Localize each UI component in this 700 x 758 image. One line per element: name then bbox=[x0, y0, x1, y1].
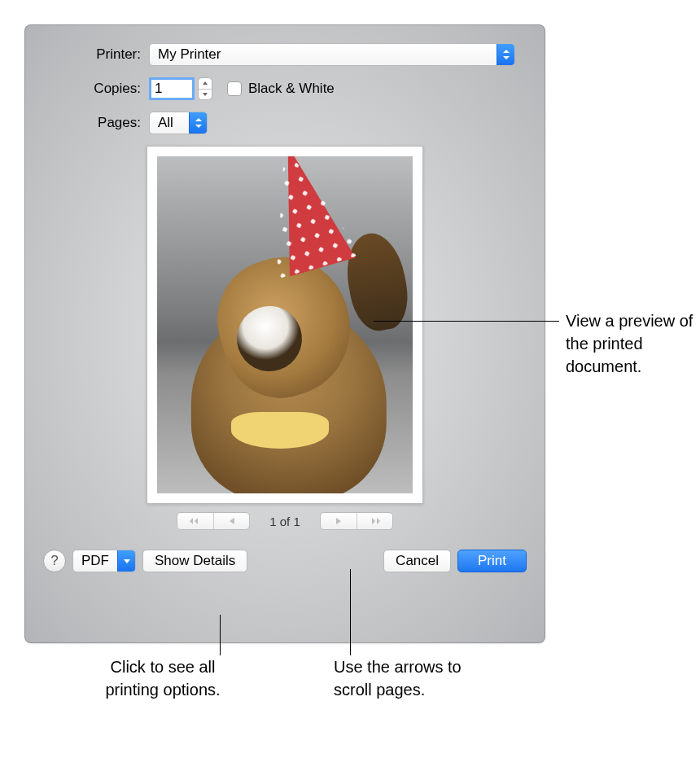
preview-frame bbox=[147, 146, 423, 504]
chevron-down-icon bbox=[117, 550, 135, 572]
copies-input[interactable] bbox=[149, 77, 195, 100]
preview-area: 1 of 1 bbox=[43, 146, 527, 530]
first-page-button[interactable] bbox=[177, 513, 213, 529]
callout-details-text: Click to see all printing options. bbox=[105, 658, 220, 699]
button-row: ? PDF Show Details Cancel Print bbox=[43, 550, 527, 572]
printer-label: Printer: bbox=[43, 46, 149, 63]
pages-row: Pages: All bbox=[43, 112, 527, 134]
chevron-left-icon bbox=[229, 517, 235, 525]
printer-row: Printer: My Printer bbox=[43, 43, 527, 66]
copies-row: Copies: Black & White bbox=[43, 77, 527, 100]
page-indicator: 1 of 1 bbox=[269, 515, 300, 528]
show-details-button[interactable]: Show Details bbox=[142, 550, 247, 572]
printer-selected: My Printer bbox=[158, 46, 221, 63]
help-icon: ? bbox=[50, 553, 58, 569]
callout-preview: View a preview of the printed document. bbox=[566, 309, 696, 378]
print-button[interactable]: Print bbox=[457, 550, 527, 572]
pdf-menu-button[interactable]: PDF bbox=[72, 550, 136, 572]
prev-page-button[interactable] bbox=[213, 513, 249, 529]
print-label: Print bbox=[478, 553, 506, 569]
popup-arrows-icon bbox=[189, 112, 207, 134]
callout-arrows-text: Use the arrows to scroll pages. bbox=[334, 658, 462, 699]
pages-selected: All bbox=[158, 115, 173, 131]
stepper-up-icon[interactable] bbox=[199, 78, 212, 90]
show-details-label: Show Details bbox=[155, 553, 235, 569]
bw-label: Black & White bbox=[248, 81, 335, 97]
pager-forward-group bbox=[320, 512, 393, 530]
callout-preview-text: View a preview of the printed document. bbox=[566, 312, 693, 375]
callout-arrows: Use the arrows to scroll pages. bbox=[334, 655, 497, 701]
cancel-button[interactable]: Cancel bbox=[383, 550, 451, 572]
chevron-right-icon bbox=[335, 517, 342, 525]
stepper-down-icon[interactable] bbox=[199, 90, 212, 100]
print-dialog: Printer: My Printer Copies: Black & Whit… bbox=[24, 24, 545, 643]
callout-details: Click to see all printing options. bbox=[81, 655, 244, 701]
pager-back-group bbox=[177, 512, 250, 530]
copies-stepper[interactable] bbox=[198, 77, 212, 100]
bw-checkbox[interactable] bbox=[227, 81, 242, 96]
preview-image bbox=[157, 156, 413, 493]
printer-popup[interactable]: My Printer bbox=[149, 43, 515, 66]
pages-label: Pages: bbox=[43, 115, 149, 131]
chevron-double-left-icon bbox=[190, 517, 201, 525]
pages-popup[interactable]: All bbox=[149, 112, 208, 134]
last-page-button[interactable] bbox=[357, 513, 392, 529]
pdf-label: PDF bbox=[73, 553, 117, 569]
popup-arrows-icon bbox=[497, 44, 514, 65]
help-button[interactable]: ? bbox=[43, 550, 66, 572]
next-page-button[interactable] bbox=[321, 513, 357, 529]
chevron-double-right-icon bbox=[369, 517, 380, 525]
copies-label: Copies: bbox=[43, 81, 149, 97]
cancel-label: Cancel bbox=[396, 553, 439, 569]
pager-row: 1 of 1 bbox=[177, 512, 393, 530]
